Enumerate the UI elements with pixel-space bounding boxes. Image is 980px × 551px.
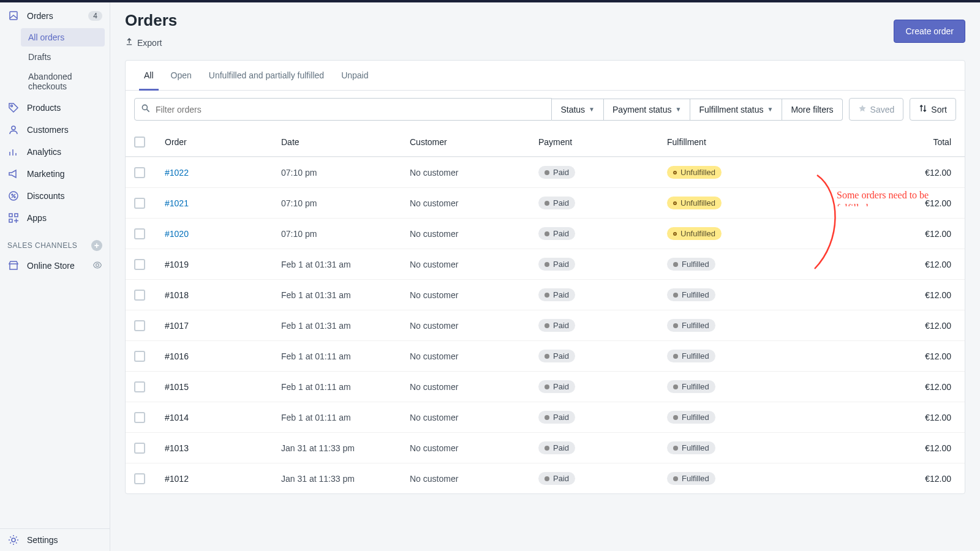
filters-row: Status▼ Payment status▼ Fulfillment stat… — [126, 91, 965, 128]
fulfillment-badge: Fulfilled — [667, 288, 715, 301]
table-row[interactable]: #102007:10 pmNo customerPaidUnfulfilled€… — [126, 218, 965, 249]
col-total[interactable]: Total — [802, 137, 956, 147]
order-number[interactable]: #1013 — [165, 443, 281, 453]
svg-rect-6 — [9, 214, 12, 217]
row-checkbox[interactable] — [134, 381, 145, 392]
nav-customers[interactable]: Customers — [0, 119, 110, 141]
fulfillment-cell: Fulfilled — [667, 441, 802, 454]
payment-cell: Paid — [538, 227, 667, 240]
dot-icon — [545, 293, 549, 298]
nav-apps[interactable]: Apps — [0, 207, 110, 229]
create-order-button[interactable]: Create order — [894, 20, 965, 43]
payment-cell: Paid — [538, 472, 667, 485]
table-row[interactable]: #1013Jan 31 at 11:33 pmNo customerPaidFu… — [126, 432, 965, 463]
table-row[interactable]: #1014Feb 1 at 01:11 amNo customerPaidFul… — [126, 402, 965, 432]
more-filters-button[interactable]: More filters — [782, 99, 842, 121]
nav-online-store[interactable]: Online Store — [0, 255, 110, 277]
row-checkbox[interactable] — [134, 198, 145, 209]
table-row[interactable]: #1018Feb 1 at 01:31 amNo customerPaidFul… — [126, 279, 965, 310]
search-wrap[interactable] — [134, 98, 552, 121]
order-number[interactable]: #1012 — [165, 474, 281, 484]
filter-fulfillment-status[interactable]: Fulfillment status▼ — [690, 99, 782, 121]
select-all-checkbox[interactable] — [134, 137, 145, 148]
row-checkbox[interactable] — [134, 443, 145, 454]
nav-products[interactable]: Products — [0, 97, 110, 119]
nav-orders[interactable]: Orders 4 — [0, 5, 110, 27]
order-number[interactable]: #1020 — [165, 229, 281, 239]
order-number[interactable]: #1018 — [165, 290, 281, 300]
order-customer: No customer — [410, 290, 538, 300]
table-row[interactable]: #1019Feb 1 at 01:31 amNo customerPaidFul… — [126, 249, 965, 279]
dot-icon — [673, 384, 678, 389]
dot-icon — [545, 170, 549, 175]
export-label: Export — [137, 38, 162, 48]
order-number[interactable]: #1022 — [165, 168, 281, 178]
order-number[interactable]: #1021 — [165, 198, 281, 208]
order-number[interactable]: #1017 — [165, 321, 281, 331]
tab-unfulfilled[interactable]: Unfulfilled and partially fulfilled — [200, 61, 333, 90]
order-number[interactable]: #1015 — [165, 382, 281, 392]
filter-status[interactable]: Status▼ — [552, 99, 604, 121]
nav-settings[interactable]: Settings — [0, 529, 110, 551]
col-customer[interactable]: Customer — [410, 137, 538, 147]
nav-orders-label: Orders — [27, 11, 88, 21]
payment-cell: Paid — [538, 288, 667, 301]
fulfillment-badge: Fulfilled — [667, 441, 715, 454]
row-checkbox[interactable] — [134, 167, 145, 178]
payment-cell: Paid — [538, 350, 667, 362]
tab-all[interactable]: All — [135, 61, 162, 90]
row-checkbox[interactable] — [134, 259, 145, 270]
sort-label: Sort — [931, 105, 947, 114]
sort-button[interactable]: Sort — [910, 98, 956, 121]
row-checkbox[interactable] — [134, 473, 145, 484]
tab-unpaid[interactable]: Unpaid — [333, 61, 377, 90]
dot-icon — [673, 415, 678, 420]
payment-cell: Paid — [538, 411, 667, 424]
nav-marketing[interactable]: Marketing — [0, 163, 110, 185]
tab-open[interactable]: Open — [162, 61, 200, 90]
row-checkbox[interactable] — [134, 290, 145, 301]
tabs: All Open Unfulfilled and partially fulfi… — [126, 61, 965, 91]
order-number[interactable]: #1016 — [165, 351, 281, 361]
page-header: Orders Export Create order — [125, 11, 965, 48]
row-checkbox[interactable] — [134, 412, 145, 423]
dot-icon — [545, 476, 549, 481]
row-checkbox[interactable] — [134, 351, 145, 362]
add-channel-icon[interactable]: + — [91, 240, 102, 251]
view-store-icon[interactable] — [92, 260, 102, 272]
order-number[interactable]: #1014 — [165, 413, 281, 422]
nav-analytics[interactable]: Analytics — [0, 141, 110, 163]
payment-badge: Paid — [538, 319, 575, 332]
subnav-drafts[interactable]: Drafts — [21, 48, 105, 66]
sort-icon — [919, 104, 927, 114]
col-payment[interactable]: Payment — [538, 137, 667, 147]
dot-icon — [545, 262, 549, 267]
col-order[interactable]: Order — [165, 137, 281, 147]
caret-icon: ▼ — [589, 106, 595, 113]
table-row[interactable]: #102107:10 pmNo customerPaidUnfulfilled€… — [126, 187, 965, 218]
subnav-all-orders[interactable]: All orders — [21, 28, 105, 47]
table-row[interactable]: #1012Jan 31 at 11:33 pmNo customerPaidFu… — [126, 463, 965, 493]
export-button[interactable]: Export — [125, 37, 162, 48]
subnav-abandoned[interactable]: Abandoned checkouts — [21, 67, 105, 96]
orders-card: All Open Unfulfilled and partially fulfi… — [125, 60, 965, 494]
filter-payment-status[interactable]: Payment status▼ — [604, 99, 690, 121]
order-number[interactable]: #1019 — [165, 260, 281, 269]
search-input[interactable] — [156, 105, 545, 114]
nav-analytics-label: Analytics — [27, 147, 102, 157]
fulfillment-badge: Unfulfilled — [667, 227, 722, 240]
order-customer: No customer — [410, 260, 538, 269]
row-checkbox[interactable] — [134, 320, 145, 331]
table-row[interactable]: #102207:10 pmNo customerPaidUnfulfilled€… — [126, 157, 965, 187]
table-row[interactable]: #1017Feb 1 at 01:31 amNo customerPaidFul… — [126, 310, 965, 340]
nav-discounts[interactable]: Discounts — [0, 185, 110, 207]
saved-label: Saved — [870, 105, 895, 114]
row-checkbox[interactable] — [134, 228, 145, 239]
filter-fulfillment-label: Fulfillment status — [699, 105, 763, 114]
col-fulfillment[interactable]: Fulfillment — [667, 137, 802, 147]
col-date[interactable]: Date — [281, 137, 410, 147]
dot-icon — [545, 323, 549, 328]
table-row[interactable]: #1016Feb 1 at 01:11 amNo customerPaidFul… — [126, 340, 965, 371]
payment-badge: Paid — [538, 166, 575, 179]
table-row[interactable]: #1015Feb 1 at 01:11 amNo customerPaidFul… — [126, 371, 965, 402]
